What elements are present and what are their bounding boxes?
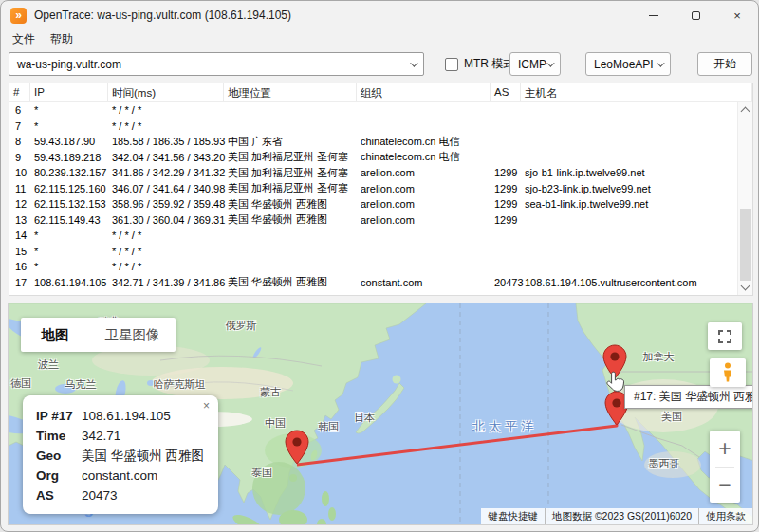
cell-geo: 中国 广东省 (224, 135, 357, 149)
trace-table: #IP时间(ms)地理位置组织AS主机名 6 * * / * / * 7 * *… (9, 83, 753, 296)
table-scrollbar[interactable] (737, 102, 752, 295)
cell-asn: 1299 (491, 183, 521, 194)
host-input[interactable]: wa-us-ping.vultr.com (9, 52, 424, 76)
hand-cursor-icon (605, 370, 626, 393)
map-pin[interactable] (285, 430, 309, 465)
cell-ip: 62.115.132.153 (30, 198, 108, 210)
scroll-down-icon[interactable] (741, 282, 750, 291)
pegman-button[interactable] (710, 358, 746, 387)
close-button[interactable]: × (716, 1, 758, 29)
map-data-text: 地图数据 ©2023 GS(2011)6020 (545, 508, 698, 525)
table-row[interactable]: 13 62.115.149.43 361.30 / 360.04 / 369.3… (9, 212, 737, 229)
table-row[interactable]: 14 * * / * / * (9, 228, 737, 244)
cell-time: * / * / * (108, 246, 224, 257)
scroll-up-icon[interactable] (741, 107, 750, 117)
terms-link[interactable]: 使用条款 (698, 508, 752, 525)
close-icon: × (733, 9, 741, 23)
table-column-header[interactable]: 主机名 (521, 83, 752, 101)
app-icon: » (10, 8, 27, 24)
popup-row-label: Geo (36, 449, 82, 463)
mtr-label: MTR 模式 (464, 56, 514, 72)
fullscreen-icon (718, 330, 731, 343)
cell-org: arelion.com (357, 198, 491, 210)
cell-hop: 10 (9, 167, 30, 178)
popup-row: IP #17 108.61.194.105 (36, 406, 205, 426)
map-label: 北太平洋 (472, 418, 537, 435)
cell-geo: 美国 加利福尼亚州 圣何塞 (224, 150, 357, 164)
cell-hop: 12 (9, 198, 30, 210)
scrollbar-thumb[interactable] (740, 209, 751, 281)
keyboard-shortcuts-link[interactable]: 键盘快捷键 (481, 508, 545, 525)
map-type-map-button[interactable]: 地图 (21, 318, 89, 352)
window-title: OpenTrace: wa-us-ping.vultr.com (108.61.… (34, 9, 291, 22)
cell-hop: 7 (9, 120, 30, 132)
divider (715, 467, 734, 468)
table-column-header[interactable]: AS (491, 83, 521, 101)
table-row[interactable]: 12 62.115.132.153 358.96 / 359.92 / 359.… (9, 196, 737, 212)
cell-hop: 13 (9, 214, 30, 226)
cell-ip: 59.43.187.90 (30, 136, 108, 147)
cell-time: * / * / * (108, 229, 224, 241)
table-row[interactable]: 17 108.61.194.105 342.71 / 341.39 / 341.… (9, 275, 737, 291)
cell-org: chinatelecom.cn 电信 (357, 135, 491, 149)
popup-row: Time 342.71 (36, 426, 205, 446)
protocol-select[interactable]: ICMP (509, 52, 561, 76)
zoom-in-button[interactable]: + (710, 434, 740, 463)
cell-geo: 美国 华盛顿州 西雅图 (224, 197, 357, 211)
cell-asn: 20473 (491, 277, 521, 288)
cell-ip: * (30, 104, 108, 116)
table-row[interactable]: 11 62.115.125.160 346.07 / 341.64 / 340.… (9, 181, 737, 197)
window-controls: × (633, 1, 758, 29)
mtr-mode-toggle: MTR 模式 (445, 56, 514, 72)
map-label: 泰国 (251, 466, 272, 480)
table-column-header[interactable]: 组织 (357, 83, 491, 101)
popup-row-label: Org (36, 468, 82, 483)
popup-close-button[interactable]: × (203, 400, 210, 412)
cell-org: arelion.com (357, 214, 491, 226)
cell-time: 346.07 / 341.64 / 340.98 (108, 183, 224, 194)
cell-ip: * (30, 246, 108, 257)
cell-org: arelion.com (357, 167, 491, 178)
popup-row: AS 20473 (36, 486, 205, 505)
api-select[interactable]: LeoMoeAPI (585, 52, 671, 76)
cell-hop: 9 (9, 152, 30, 163)
map-type-satellite-button[interactable]: 卫星图像 (89, 318, 176, 352)
protocol-value: ICMP (518, 58, 546, 71)
table-column-header[interactable]: 地理位置 (224, 83, 357, 101)
menu-item[interactable]: 帮助 (43, 29, 81, 48)
cell-ip: * (30, 120, 108, 132)
table-column-header[interactable]: IP (30, 83, 108, 101)
cell-hop: 8 (9, 136, 30, 147)
fullscreen-button[interactable] (708, 322, 742, 350)
cell-geo: 美国 华盛顿州 西雅图 (224, 275, 357, 289)
table-row[interactable]: 8 59.43.187.90 185.58 / 186.35 / 185.93 … (9, 134, 737, 150)
popup-row-value: 342.71 (82, 429, 120, 443)
start-button[interactable]: 开始 (697, 52, 752, 76)
map-canvas[interactable]: 瑞典俄罗斯波兰德国乌克兰哈萨克斯坦蒙古中国韩国日本泰国北太平洋加拿大美国墨西哥 (8, 303, 753, 525)
chevron-down-icon (657, 59, 664, 66)
title-bar[interactable]: » OpenTrace: wa-us-ping.vultr.com (108.6… (1, 1, 758, 29)
menu-item[interactable]: 文件 (5, 29, 43, 48)
cell-ip: 62.115.125.160 (30, 183, 108, 194)
zoom-out-button[interactable]: − (710, 470, 740, 499)
cell-ip: 108.61.194.105 (30, 277, 108, 288)
cell-host: sjo-b23-link.ip.twelve99.net (521, 183, 737, 194)
table-row[interactable]: 6 * * / * / * (9, 102, 737, 119)
table-row[interactable]: 10 80.239.132.157 341.86 / 342.29 / 341.… (9, 165, 737, 181)
cell-time: 358.96 / 359.92 / 359.48 (108, 198, 224, 210)
table-column-header[interactable]: # (9, 83, 30, 101)
mtr-checkbox[interactable] (445, 58, 458, 71)
table-row[interactable]: 16 * * / * / * (9, 259, 737, 275)
popup-row: Org constant.com (36, 466, 205, 486)
map-label: 乌克兰 (65, 377, 97, 392)
map-label: 日本 (354, 411, 375, 425)
cell-asn: 1299 (491, 167, 521, 178)
cell-asn: 1299 (491, 214, 521, 226)
table-column-header[interactable]: 时间(ms) (108, 83, 224, 101)
minimize-button[interactable] (633, 1, 675, 29)
table-row[interactable]: 15 * * / * / * (9, 244, 737, 260)
cell-hop: 11 (9, 183, 30, 194)
maximize-button[interactable] (675, 1, 716, 29)
table-row[interactable]: 7 * * / * / * (9, 119, 737, 135)
table-row[interactable]: 9 59.43.189.218 342.04 / 341.56 / 343.20… (9, 150, 737, 166)
